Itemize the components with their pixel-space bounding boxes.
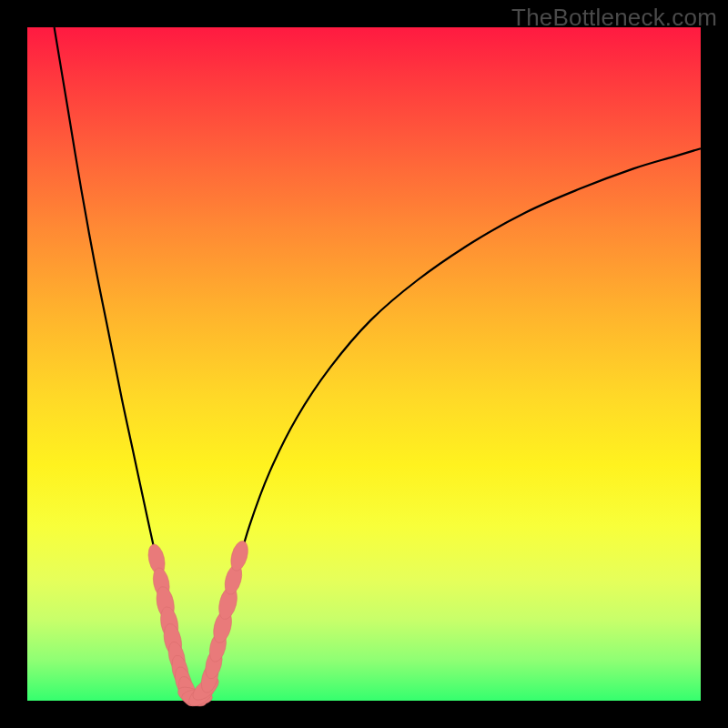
- plot-area: [27, 27, 701, 701]
- chart-svg: [27, 27, 701, 701]
- marker-group: [146, 539, 251, 710]
- curve-group: [55, 27, 701, 700]
- outer-frame: TheBottleneck.com: [0, 0, 728, 728]
- bottleneck-curve: [55, 27, 701, 700]
- watermark-text: TheBottleneck.com: [511, 4, 717, 32]
